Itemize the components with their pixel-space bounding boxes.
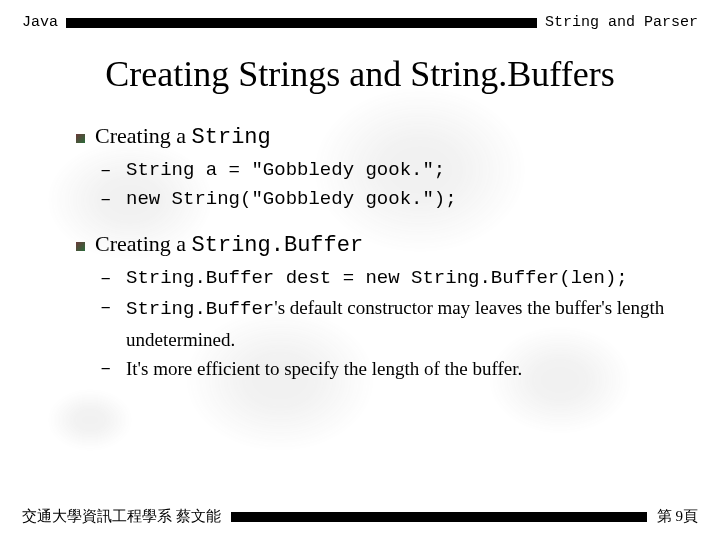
list-item: – new String("Gobbledy gook."); [100, 185, 720, 214]
section-head-text: Creating a [95, 123, 192, 148]
section-head-mono: String [192, 125, 271, 150]
list-item: – String.Buffer dest = new String.Buffer… [100, 264, 720, 293]
header-left: Java [22, 14, 58, 31]
dash-icon: – [100, 293, 126, 354]
list-item: – String.Buffer's default constructor ma… [100, 293, 720, 354]
footer-rule [231, 512, 647, 522]
header-right: String and Parser [545, 14, 698, 31]
section-head: Creating a String [76, 123, 720, 150]
section-creating-string: Creating a String – String a = "Gobbledy… [76, 123, 720, 215]
list-item: – String a = "Gobbledy gook."; [100, 156, 720, 185]
dash-icon: – [100, 354, 126, 383]
footer-left: 交通大學資訊工程學系 蔡文能 [22, 507, 221, 526]
section-head-mono: String.Buffer [192, 233, 364, 258]
sublist: – String.Buffer dest = new String.Buffer… [100, 264, 720, 384]
section-head-text: Creating a [95, 231, 192, 256]
header-bar: Java String and Parser [0, 0, 720, 31]
square-bullet-icon [76, 242, 85, 251]
slide-content: Java String and Parser Creating Strings … [0, 0, 720, 384]
dash-icon: – [100, 185, 126, 214]
page-title: Creating Strings and String.Buffers [0, 53, 720, 95]
square-bullet-icon [76, 134, 85, 143]
code-line: String.Buffer dest = new String.Buffer(l… [126, 264, 628, 293]
section-head: Creating a String.Buffer [76, 231, 720, 258]
footer-bar: 交通大學資訊工程學系 蔡文能 第 9頁 [22, 507, 698, 526]
code-line: String a = "Gobbledy gook."; [126, 156, 445, 185]
text-line: String.Buffer's default constructor may … [126, 293, 720, 354]
list-item: – It's more efficient to specify the len… [100, 354, 720, 383]
section-creating-stringbuffer: Creating a String.Buffer – String.Buffer… [76, 231, 720, 384]
footer-page-number: 第 9頁 [657, 507, 698, 526]
sublist: – String a = "Gobbledy gook."; – new Str… [100, 156, 720, 215]
dash-icon: – [100, 264, 126, 293]
code-line: new String("Gobbledy gook."); [126, 185, 457, 214]
dash-icon: – [100, 156, 126, 185]
inline-code: String.Buffer [126, 298, 274, 320]
header-rule [66, 18, 537, 28]
text-line: It's more efficient to specify the lengt… [126, 354, 522, 383]
